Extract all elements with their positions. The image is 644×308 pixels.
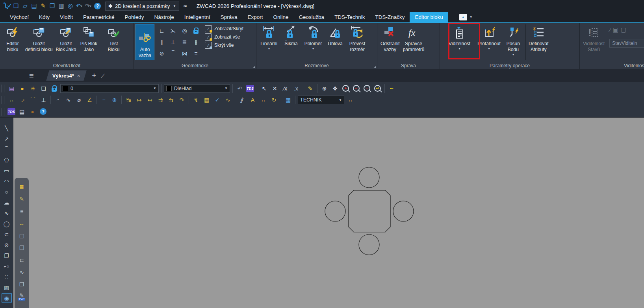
- trim-button[interactable]: ∕x: [280, 84, 290, 93]
- constraint-vertical-icon[interactable]: ∦: [190, 36, 202, 48]
- dim-continue-button[interactable]: ↦: [134, 96, 144, 104]
- new-tab-button[interactable]: +: [92, 71, 96, 80]
- button-polomer[interactable]: Poloměr▼: [302, 24, 324, 51]
- tds-command-icon[interactable]: TDS: [246, 85, 254, 92]
- new-file-icon[interactable]: ❏: [11, 1, 20, 11]
- tab-sprava[interactable]: Správa: [215, 12, 243, 22]
- save-as-icon[interactable]: ✎: [39, 1, 48, 11]
- button-posun-bodu[interactable]: PosunBodu▼: [502, 24, 524, 57]
- combo-arrow-icon[interactable]: ▼: [336, 98, 342, 102]
- dim-update-button[interactable]: ↻: [269, 96, 279, 104]
- pan-button[interactable]: ✥: [330, 84, 340, 93]
- dropdown-arrow-icon[interactable]: ▼: [312, 47, 315, 50]
- toolbar-grip[interactable]: [2, 96, 4, 104]
- toolbar-grip[interactable]: [2, 108, 4, 116]
- dim-jog-line-button[interactable]: ∿: [223, 96, 233, 104]
- copy-icon[interactable]: ❐: [48, 1, 57, 11]
- tds-help-button[interactable]: ?: [38, 107, 48, 116]
- dim-arc-length-button[interactable]: ⌒: [28, 96, 38, 104]
- combo-arrow-icon[interactable]: ▼: [151, 87, 156, 90]
- tab-online[interactable]: Online: [268, 12, 294, 22]
- draw-revision-cloud-button[interactable]: ☁: [2, 198, 12, 207]
- dialog-launcher-icon[interactable]: [253, 66, 255, 68]
- draw-polygon-button[interactable]: ⬠: [2, 155, 12, 164]
- draw-construction-line-button[interactable]: ↗: [2, 134, 12, 143]
- dim-oblique-button[interactable]: ∥: [236, 94, 248, 105]
- measure-ruler-button[interactable]: ┅: [387, 84, 397, 93]
- preview-icon[interactable]: ◎: [66, 1, 75, 11]
- layer-isolate-button[interactable]: ✳: [28, 84, 38, 93]
- help-icon[interactable]: ?: [93, 1, 102, 11]
- palette-pgp-edit-button[interactable]: ✎PGP: [17, 292, 26, 301]
- dim-stacked-button[interactable]: ⇉: [156, 96, 165, 104]
- visibility-state-combo[interactable]: StavViditeln: [609, 39, 644, 48]
- draw-circle-button[interactable]: ○: [2, 187, 12, 196]
- save-icon[interactable]: ▤: [30, 1, 39, 11]
- button-definovat-atributy[interactable]: ✳DefinovatAtributy: [527, 24, 550, 53]
- palette-numbered-list-button[interactable]: ≡: [17, 207, 26, 216]
- layer-new-button[interactable]: ❏: [39, 84, 48, 93]
- palette-blocks-button[interactable]: ❒: [17, 243, 26, 252]
- undo-button[interactable]: ↶: [235, 84, 245, 93]
- draw-boundary-button[interactable]: ⌐○: [2, 262, 12, 271]
- dim-aligned-button[interactable]: ↔: [16, 94, 29, 107]
- undo-icon[interactable]: ↶▼: [75, 1, 84, 11]
- print-icon[interactable]: ▥: [57, 1, 66, 11]
- toolbar-grip[interactable]: [2, 85, 4, 92]
- draw-ellipse-arc-button[interactable]: ⊂: [2, 230, 12, 239]
- constraint-smooth-icon[interactable]: ⌒: [167, 48, 179, 59]
- dropdown-arrow-icon[interactable]: ▼: [488, 47, 490, 50]
- dim-block-button[interactable]: ▦: [202, 96, 212, 104]
- zoom-window-button[interactable]: ▫: [362, 84, 372, 93]
- tab-editor-bloku[interactable]: Editor bloku: [410, 12, 448, 22]
- workspace-selector[interactable]: ✱ 2D kreslení a poznámky ▼: [105, 2, 179, 11]
- tab-geosluzba[interactable]: Geoslužba: [294, 12, 330, 22]
- button-prevest-rozmer[interactable]: Převéstrozměr: [346, 24, 368, 53]
- button-editor-bloku[interactable]: Editorbloku: [2, 24, 24, 53]
- palette-select-similar-button[interactable]: ▢: [17, 231, 26, 240]
- button-spravce-parametru[interactable]: fxSprávceparametrů: [401, 24, 426, 53]
- button-sikma[interactable]: Šikmá: [280, 24, 302, 47]
- dim-text-edit-button[interactable]: A: [248, 96, 258, 104]
- tds-materials-button[interactable]: ●: [28, 107, 37, 116]
- dim-linear-button[interactable]: ↔: [7, 96, 17, 104]
- delete-constraint-button[interactable]: .x: [291, 84, 301, 93]
- select-button[interactable]: ↖: [259, 84, 269, 93]
- palette-layer-visibility-button[interactable]: ≣: [17, 183, 26, 191]
- draw-ellipse-button[interactable]: ◯: [2, 219, 12, 228]
- combo-arrow-icon[interactable]: ▼: [222, 87, 228, 90]
- draw-hatch-button[interactable]: ▨: [2, 283, 12, 292]
- tab-parametricke[interactable]: Parametrické: [78, 12, 120, 22]
- zoom-previous-button[interactable]: ↩: [373, 84, 382, 93]
- tab-vlozit[interactable]: Vložit: [55, 12, 78, 22]
- tab-nastroje[interactable]: Nástroje: [149, 12, 179, 22]
- dropdown-arrow-icon[interactable]: ▼: [268, 47, 271, 50]
- dim-baseline-from-button[interactable]: ↤: [145, 96, 155, 104]
- constraint-lock-icon[interactable]: [190, 25, 202, 36]
- button-pis-blok-jako[interactable]: Piš BlokJako: [78, 24, 100, 53]
- draw-polyline-button[interactable]: ⌒: [2, 145, 12, 154]
- dim-ordinate-button[interactable]: ⊥: [39, 96, 48, 104]
- dim-baseline-button[interactable]: ≡: [99, 96, 109, 104]
- dim-edit-button[interactable]: ↔: [258, 96, 268, 104]
- button-viditelnost[interactable]: Viditelnost▼: [447, 24, 472, 51]
- constraint-symmetric-icon[interactable]: ⋈: [179, 48, 190, 59]
- button-zobrazit-skryt[interactable]: ∕Zobrazit/Skrýt: [205, 25, 243, 32]
- button-ulozit-blok-jako[interactable]: UložitBlok Jako: [54, 24, 78, 53]
- dim-radius-button[interactable]: ◔: [53, 96, 63, 104]
- draw-rectangle-button[interactable]: ▭: [2, 166, 12, 175]
- zoom-out-button[interactable]: −: [351, 84, 361, 93]
- menu-icon[interactable]: ≡: [29, 71, 33, 80]
- button-uhlova[interactable]: Úhlová: [324, 24, 346, 47]
- button-ulozit-definici-bloku[interactable]: Uložitdefinici bloku: [24, 24, 54, 53]
- button-skryt-vse[interactable]: ∕Skrýt vše: [205, 42, 243, 49]
- tab-export[interactable]: Export: [243, 12, 268, 22]
- dialog-launcher-icon[interactable]: [374, 66, 376, 68]
- constraint-fix-icon[interactable]: ≣: [179, 36, 190, 48]
- ribbon-collapse-button[interactable]: ▲: [459, 14, 467, 20]
- constraint-intersection-icon[interactable]: ⋋: [167, 25, 179, 36]
- button-odstranit-vazby[interactable]: Odstranitvazby: [379, 24, 401, 53]
- dim-style-apply-button[interactable]: ↔: [345, 96, 355, 104]
- button-zobrazit-vse[interactable]: ∕Zobrazit vše: [205, 33, 243, 41]
- document-tab[interactable]: Výkres4* ×: [46, 70, 86, 81]
